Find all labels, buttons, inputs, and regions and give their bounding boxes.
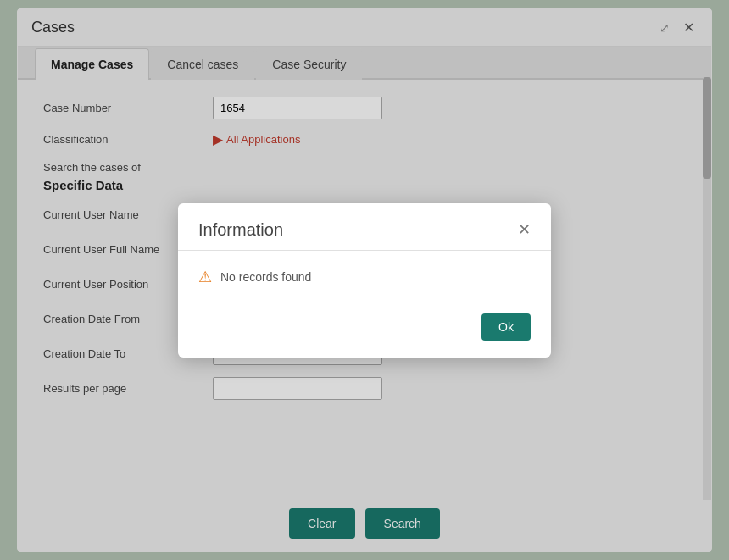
dialog-box: Information ✕ ⚠ No records found Ok xyxy=(178,203,551,358)
warning-icon: ⚠ xyxy=(198,268,212,286)
dialog-overlay: Information ✕ ⚠ No records found Ok xyxy=(18,9,711,551)
dialog-close-icon: ✕ xyxy=(518,221,531,238)
dialog-footer: Ok xyxy=(178,303,551,358)
dialog-close-button[interactable]: ✕ xyxy=(518,220,531,239)
dialog-title: Information xyxy=(198,220,283,240)
main-window: Cases ⤢ ✕ Manage Cases Cancel cases Case… xyxy=(17,8,712,552)
dialog-body: ⚠ No records found xyxy=(178,251,551,303)
dialog-header: Information ✕ xyxy=(178,203,551,251)
ok-button[interactable]: Ok xyxy=(481,313,531,341)
dialog-message: No records found xyxy=(220,270,311,284)
